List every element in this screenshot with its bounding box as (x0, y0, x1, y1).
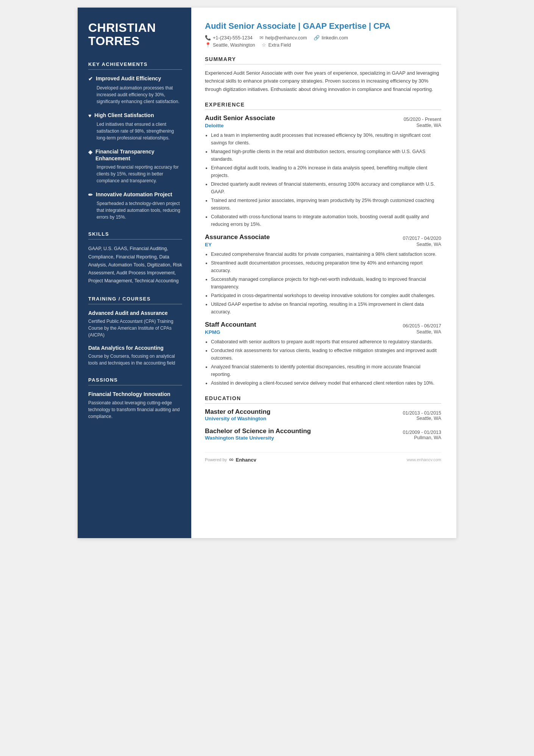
bullet-item: Successfully managed compliance projects… (211, 275, 441, 291)
edu-dates: 01/2009 - 01/2013 (403, 430, 441, 435)
edu-location: Seattle, WA (416, 416, 441, 421)
bullet-item: Utilized GAAP expertise to advise on fin… (211, 301, 441, 316)
edu-sub: University of Washington Seattle, WA (205, 416, 441, 421)
exp-company: EY (205, 242, 212, 247)
experience-item: Audit Senior Associate 05/2020 - Present… (205, 114, 441, 228)
achievements-list: ✔ Improved Audit Efficiency Developed au… (88, 75, 182, 221)
bullet-item: Executed comprehensive financial audits … (211, 250, 441, 258)
edu-location: Pullman, WA (414, 435, 441, 441)
star-icon: ☆ (262, 42, 266, 48)
bullet-item: Led a team in implementing audit process… (211, 131, 441, 147)
achievement-desc: Led initiatives that ensured a client sa… (88, 121, 182, 141)
resume-headline: Audit Senior Associate | GAAP Expertise … (205, 21, 441, 31)
exp-header: Audit Senior Associate 05/2020 - Present (205, 114, 441, 122)
edu-school: University of Washington (205, 416, 266, 421)
exp-header: Staff Accountant 06/2015 - 06/2017 (205, 321, 441, 329)
bullet-item: Enhanced digital audit tools, leading to… (211, 164, 441, 179)
training-section-title: TRAINING / COURSES (88, 296, 182, 304)
brand-name: Enhancv (236, 457, 256, 463)
achievement-title: ◈ Financial Transparency Enhancement (88, 148, 182, 162)
edu-dates: 01/2013 - 01/2015 (403, 410, 441, 416)
exp-bullets: Executed comprehensive financial audits … (205, 250, 441, 316)
email-icon: ✉ (259, 35, 264, 41)
passions-section-title: PASSIONS (88, 377, 182, 385)
course-item: Advanced Audit and Assurance Certified P… (88, 310, 182, 338)
achievements-section-title: KEY ACHIEVEMENTS (88, 61, 182, 70)
exp-job-title: Staff Accountant (205, 321, 256, 329)
course-title: Advanced Audit and Assurance (88, 310, 182, 316)
location-icon: 📍 (205, 42, 211, 48)
achievement-title: ✏ Innovative Automation Project (88, 191, 182, 198)
edu-sub: Washington State University Pullman, WA (205, 435, 441, 441)
course-desc: Course by Coursera, focusing on analytic… (88, 353, 182, 366)
summary-text: Experienced Audit Senior Associate with … (205, 69, 441, 93)
exp-company: KPMG (205, 329, 220, 335)
achievement-item: ✔ Improved Audit Efficiency Developed au… (88, 75, 182, 105)
course-desc: Certified Public Accountant (CPA) Traini… (88, 318, 182, 338)
exp-company: Deloitte (205, 123, 224, 128)
education-item: Bachelor of Science in Accounting 01/200… (205, 427, 441, 441)
exp-bullets: Led a team in implementing audit process… (205, 131, 441, 228)
passions-list: Financial Technology Innovation Passiona… (88, 391, 182, 420)
bullet-item: Analyzed financial statements to identif… (211, 363, 441, 378)
contact-row: 📞 +1-(234)-555-1234 ✉ help@enhancv.com 🔗… (205, 35, 441, 41)
passion-title: Financial Technology Innovation (88, 391, 182, 398)
achievement-desc: Spearheaded a technology-driven project … (88, 200, 182, 221)
passion-desc: Passionate about leveraging cutting-edge… (88, 399, 182, 420)
bullet-item: Collaborated with senior auditors to pre… (211, 338, 441, 346)
courses-list: Advanced Audit and Assurance Certified P… (88, 310, 182, 366)
skills-text: GAAP, U.S. GAAS, Financial Auditing, Com… (88, 245, 182, 285)
achievement-item: ✏ Innovative Automation Project Spearhea… (88, 191, 182, 221)
exp-dates: 06/2015 - 06/2017 (403, 323, 441, 329)
contact-email: ✉ help@enhancv.com (259, 35, 307, 41)
experience-section-title: EXPERIENCE (205, 102, 441, 110)
experience-item: Assurance Associate 07/2017 - 04/2020 EY… (205, 233, 441, 316)
contact-extra: ☆ Extra Field (262, 42, 291, 48)
phone-icon: 📞 (205, 35, 211, 41)
achievement-title: ✔ Improved Audit Efficiency (88, 75, 182, 82)
bullet-item: Participated in cross-departmental works… (211, 292, 441, 299)
edu-degree: Master of Accounting (205, 408, 270, 416)
candidate-name: CHRISTIANTORRES (88, 21, 182, 48)
diamond-icon: ◈ (88, 149, 92, 155)
edu-degree: Bachelor of Science in Accounting (205, 427, 311, 435)
heart-icon: ♥ (88, 112, 91, 119)
contact-row-2: 📍 Seattle, Washington ☆ Extra Field (205, 42, 441, 48)
bullet-item: Assisted in developing a client-focused … (211, 379, 441, 387)
bullet-item: Trained and mentored junior associates, … (211, 197, 441, 212)
achievement-desc: Developed automation processes that incr… (88, 85, 182, 105)
exp-location: Seattle, WA (416, 242, 441, 247)
exp-bullets: Collaborated with senior auditors to pre… (205, 338, 441, 387)
exp-location: Seattle, WA (416, 329, 441, 335)
contact-phone: 📞 +1-(234)-555-1234 (205, 35, 253, 41)
sidebar: CHRISTIANTORRES KEY ACHIEVEMENTS ✔ Impro… (78, 8, 191, 538)
footer-brand: Powered by ∞ Enhancv (205, 456, 256, 463)
footer-website: www.enhancv.com (407, 457, 441, 462)
checkmark-icon: ✔ (88, 75, 93, 82)
page-footer: Powered by ∞ Enhancv www.enhancv.com (205, 452, 441, 463)
resume-container: CHRISTIANTORRES KEY ACHIEVEMENTS ✔ Impro… (78, 8, 456, 538)
bullet-item: Conducted risk assessments for various c… (211, 347, 441, 362)
main-content: Audit Senior Associate | GAAP Expertise … (191, 8, 456, 538)
course-title: Data Analytics for Accounting (88, 344, 182, 351)
achievement-item: ♥ High Client Satisfaction Led initiativ… (88, 112, 182, 141)
edu-school: Washington State University (205, 435, 274, 441)
exp-sub: EY Seattle, WA (205, 242, 441, 247)
exp-job-title: Audit Senior Associate (205, 114, 275, 122)
exp-sub: KPMG Seattle, WA (205, 329, 441, 335)
exp-dates: 07/2017 - 04/2020 (403, 236, 441, 241)
exp-header: Assurance Associate 07/2017 - 04/2020 (205, 233, 441, 241)
course-item: Data Analytics for Accounting Course by … (88, 344, 182, 366)
achievement-desc: Improved financial reporting accuracy fo… (88, 164, 182, 184)
achievement-title: ♥ High Client Satisfaction (88, 112, 182, 119)
contact-linkedin: 🔗 linkedin.com (314, 35, 348, 41)
edu-header: Bachelor of Science in Accounting 01/200… (205, 427, 441, 435)
bullet-item: Managed high-profile clients in the reta… (211, 148, 441, 163)
education-section-title: EDUCATION (205, 395, 441, 404)
link-icon: 🔗 (314, 35, 320, 41)
exp-sub: Deloitte Seattle, WA (205, 123, 441, 128)
powered-by-label: Powered by (205, 457, 227, 462)
exp-location: Seattle, WA (416, 123, 441, 128)
pencil-icon: ✏ (88, 191, 93, 198)
skills-section-title: SKILLS (88, 231, 182, 239)
